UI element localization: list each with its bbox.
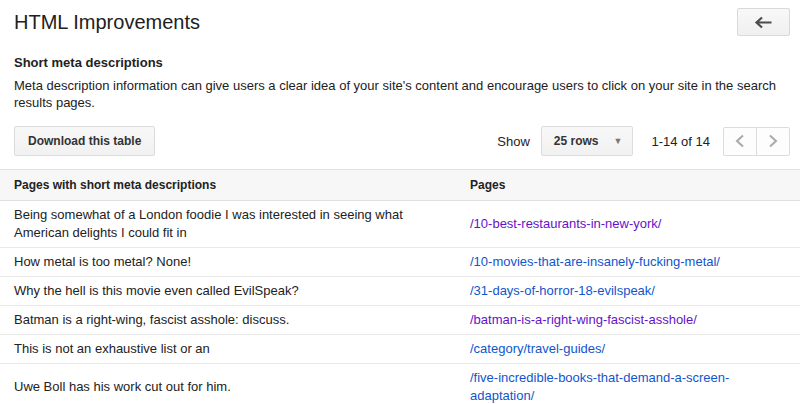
table-row: Uwe Boll has his work cut out for him./f… [0, 364, 800, 404]
column-header-descriptions: Pages with short meta descriptions [0, 170, 456, 201]
rows-per-page-value: 25 rows [554, 134, 599, 148]
table-row: Batman is a right-wing, fascist asshole:… [0, 306, 800, 335]
table-body: Being somewhat of a London foodie I was … [0, 201, 800, 404]
arrow-left-icon [754, 16, 773, 29]
section-description: Meta description information can give us… [14, 77, 786, 111]
pagination [723, 127, 790, 156]
page-cell: /category/travel-guides/ [456, 335, 800, 364]
meta-description-cell: How metal is too metal? None! [0, 248, 456, 277]
section-heading: Short meta descriptions [14, 55, 786, 70]
table-row: How metal is too metal? None!/10-movies-… [0, 248, 800, 277]
meta-description-cell: Why the hell is this movie even called E… [0, 277, 456, 306]
meta-description-cell: Uwe Boll has his work cut out for him. [0, 364, 456, 404]
page-cell: /10-best-restaurants-in-new-york/ [456, 201, 800, 248]
page-link[interactable]: /10-best-restaurants-in-new-york/ [470, 216, 661, 231]
html-improvements-page: { "page": { "title": "HTML Improvements"… [0, 0, 800, 404]
table-row: Being somewhat of a London foodie I was … [0, 201, 800, 248]
table-header-row: Pages with short meta descriptions Pages [0, 170, 800, 201]
meta-description-cell: Batman is a right-wing, fascist asshole:… [0, 306, 456, 335]
short-meta-descriptions-section: Short meta descriptions Meta description… [0, 55, 800, 111]
previous-page-button[interactable] [723, 127, 757, 156]
table-row: Why the hell is this movie even called E… [0, 277, 800, 306]
chevron-right-icon [768, 134, 778, 148]
page-header: HTML Improvements [0, 0, 800, 34]
next-page-button[interactable] [756, 127, 790, 156]
page-link[interactable]: /31-days-of-horror-18-evilspeak/ [470, 283, 655, 298]
caret-down-icon: ▼ [614, 136, 623, 146]
meta-description-cell: Being somewhat of a London foodie I was … [0, 201, 456, 248]
table-row: This is not an exhaustive list or an/cat… [0, 335, 800, 364]
page-title: HTML Improvements [14, 11, 786, 34]
page-link[interactable]: /batman-is-a-right-wing-fascist-asshole/ [470, 312, 697, 327]
download-table-button[interactable]: Download this table [14, 126, 155, 156]
column-header-pages: Pages [456, 170, 800, 201]
page-link[interactable]: /10-movies-that-are-insanely-fucking-met… [470, 254, 720, 269]
meta-description-cell: This is not an exhaustive list or an [0, 335, 456, 364]
show-label: Show [497, 134, 530, 149]
page-cell: /10-movies-that-are-insanely-fucking-met… [456, 248, 800, 277]
page-link[interactable]: /category/travel-guides/ [470, 341, 605, 356]
page-link[interactable]: /five-incredible-books-that-demand-a-scr… [470, 370, 729, 403]
page-cell: /31-days-of-horror-18-evilspeak/ [456, 277, 800, 306]
page-cell: /five-incredible-books-that-demand-a-scr… [456, 364, 800, 404]
table-header: Pages with short meta descriptions Pages [0, 170, 800, 201]
table-toolbar: Download this table Show 25 rows ▼ 1-14 … [14, 126, 790, 156]
chevron-left-icon [735, 134, 745, 148]
pagination-range-text: 1-14 of 14 [651, 134, 710, 149]
rows-per-page-dropdown[interactable]: 25 rows ▼ [541, 126, 634, 156]
toolbar-right-controls: Show 25 rows ▼ 1-14 of 14 [497, 126, 790, 156]
page-cell: /batman-is-a-right-wing-fascist-asshole/ [456, 306, 800, 335]
back-button[interactable] [737, 8, 790, 36]
short-meta-descriptions-table: Pages with short meta descriptions Pages… [0, 169, 800, 404]
